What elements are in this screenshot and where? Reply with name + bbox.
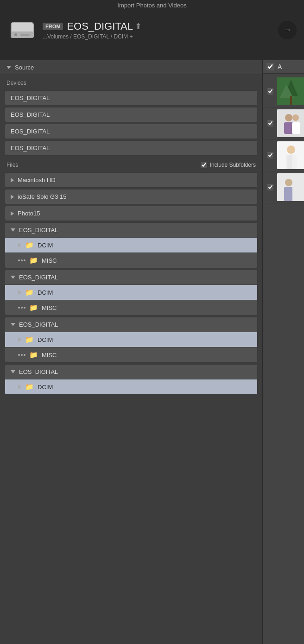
collapse-eos2-icon	[11, 276, 15, 279]
app-title: Import Photos and Videos	[117, 2, 186, 9]
collapse-eos1-icon	[11, 228, 15, 232]
devices-label: Devices	[0, 75, 262, 89]
photo-row-1	[265, 76, 302, 107]
photo-thumb-3[interactable]	[277, 141, 304, 169]
tree-child-dcim4[interactable]: 📁 DCIM	[5, 379, 257, 394]
photo-checkbox-3[interactable]	[267, 152, 273, 159]
photo-row-2	[265, 107, 302, 139]
tree-parent-eos4[interactable]: EOS_DIGITAL	[5, 365, 257, 379]
source-section-header[interactable]: Source	[0, 60, 262, 75]
collapse-eos4-icon	[11, 370, 15, 373]
photo-thumb-4[interactable]	[277, 173, 304, 201]
tree-parent-eos2[interactable]: EOS_DIGITAL	[5, 270, 257, 284]
expand-dcim2-icon	[18, 290, 21, 295]
tree-parent-eos3[interactable]: EOS_DIGITAL	[5, 317, 257, 332]
tree-child-dcim3[interactable]: 📁 DCIM	[5, 332, 257, 347]
dropdown-icon[interactable]: ⬆	[135, 21, 142, 32]
svg-rect-16	[287, 155, 292, 169]
photo-thumb-2[interactable]	[277, 109, 304, 137]
check-all-label: A	[278, 63, 282, 70]
folder-icon-dcim4: 📁	[25, 383, 34, 391]
folder-icon-dcim1: 📁	[25, 241, 34, 249]
tree-item-iosafe[interactable]: ioSafe Solo G3 15	[5, 189, 258, 204]
svg-rect-12	[292, 122, 300, 134]
next-button[interactable]: →	[278, 21, 297, 39]
expand-macintosh-icon	[11, 178, 14, 183]
photo-checkbox-2[interactable]	[267, 120, 273, 127]
tree-item-macintosh[interactable]: Macintosh HD	[5, 172, 258, 188]
photo-row-4	[265, 171, 302, 203]
tree-child-misc3[interactable]: 📁 MISC	[5, 347, 257, 362]
photo-row-3	[265, 139, 302, 171]
expand-dcim1-icon	[18, 243, 21, 247]
source-collapse-icon	[6, 66, 11, 69]
folder-icon-misc1: 📁	[29, 256, 38, 265]
svg-point-9	[285, 114, 292, 121]
svg-point-14	[287, 145, 295, 154]
tree-parent-eos1[interactable]: EOS_DIGITAL	[5, 223, 257, 237]
svg-rect-7	[290, 96, 292, 105]
expand-dcim4-icon	[18, 385, 21, 389]
tree-expanded-eos1: EOS_DIGITAL 📁 DCIM 📁 MISC	[5, 222, 258, 268]
tree-child-misc2[interactable]: 📁 MISC	[5, 300, 257, 315]
device-btn-2[interactable]: EOS_DIGITAL	[5, 107, 258, 122]
misc1-dots	[18, 259, 25, 261]
folder-icon-dcim3: 📁	[25, 335, 34, 344]
left-panel: Source Devices EOS_DIGITAL EOS_DIGITAL E…	[0, 60, 263, 644]
svg-rect-3	[20, 34, 30, 36]
svg-point-18	[285, 179, 292, 186]
misc2-dots	[18, 307, 25, 309]
photo-list	[263, 74, 304, 644]
tree-expanded-eos3: EOS_DIGITAL 📁 DCIM 📁 MISC	[5, 317, 258, 363]
folder-icon-misc3: 📁	[29, 351, 38, 359]
right-panel: A	[263, 60, 304, 644]
files-row: Files Include Subfolders	[0, 157, 262, 171]
photo-checkbox-4[interactable]	[267, 183, 273, 191]
svg-point-11	[292, 114, 299, 121]
misc3-dots	[18, 354, 25, 356]
svg-point-2	[14, 33, 17, 36]
files-label: Files	[6, 162, 18, 168]
folder-icon-misc2: 📁	[29, 303, 38, 312]
device-name-header: EOS_DIGITAL	[67, 20, 133, 32]
from-label: FROM	[43, 23, 63, 30]
expand-iosafe-icon	[11, 195, 14, 199]
header-top-row: FROM EOS_DIGITAL ⬆	[43, 20, 272, 32]
source-label: Source	[15, 64, 34, 71]
tree-item-photo15[interactable]: Photo15	[5, 206, 258, 221]
device-btn-1[interactable]: EOS_DIGITAL	[5, 90, 258, 106]
tree-expanded-eos4: EOS_DIGITAL 📁 DCIM	[5, 364, 258, 395]
folder-icon-dcim2: 📁	[25, 288, 34, 297]
photo-thumb-1[interactable]	[277, 77, 304, 105]
device-icon	[7, 15, 37, 45]
svg-rect-19	[284, 187, 292, 201]
tree-child-dcim1[interactable]: 📁 DCIM	[5, 237, 257, 253]
photo-checkbox-1[interactable]	[267, 88, 273, 95]
device-btn-4[interactable]: EOS_DIGITAL	[5, 140, 258, 156]
expand-dcim3-icon	[18, 337, 21, 342]
check-all-checkbox[interactable]	[266, 63, 274, 70]
include-subfolders-label[interactable]: Include Subfolders	[201, 162, 256, 168]
main-layout: Source Devices EOS_DIGITAL EOS_DIGITAL E…	[0, 60, 304, 644]
expand-photo15-icon	[11, 211, 14, 216]
collapse-eos3-icon	[11, 323, 15, 326]
top-bar: Import Photos and Videos FROM EOS_DIGITA…	[0, 0, 304, 60]
device-path: ...Volumes / EOS_DIGITAL / DCIM +	[43, 33, 272, 40]
include-subfolders-checkbox[interactable]	[201, 162, 207, 168]
right-top-bar: A	[263, 60, 304, 74]
tree-child-misc1[interactable]: 📁 MISC	[5, 253, 257, 268]
device-btn-3[interactable]: EOS_DIGITAL	[5, 124, 258, 139]
tree-child-dcim2[interactable]: 📁 DCIM	[5, 284, 257, 300]
tree-expanded-eos2: EOS_DIGITAL 📁 DCIM 📁 MISC	[5, 270, 258, 316]
